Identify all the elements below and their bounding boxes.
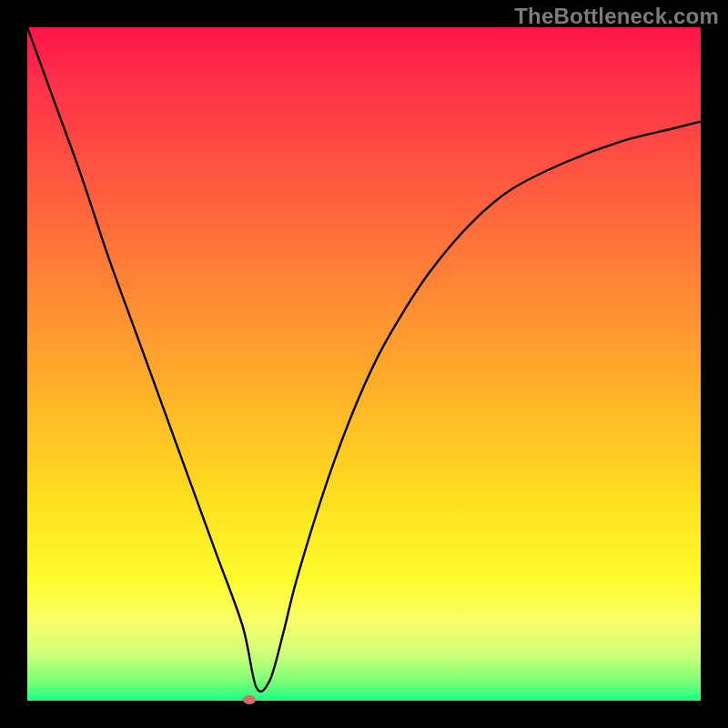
watermark-text: TheBottleneck.com [514,4,719,29]
curve-svg [27,27,701,701]
chart-frame: TheBottleneck.com [0,0,728,728]
bottleneck-curve [27,27,701,692]
minimum-point-marker [243,695,256,704]
plot-area [27,27,701,701]
